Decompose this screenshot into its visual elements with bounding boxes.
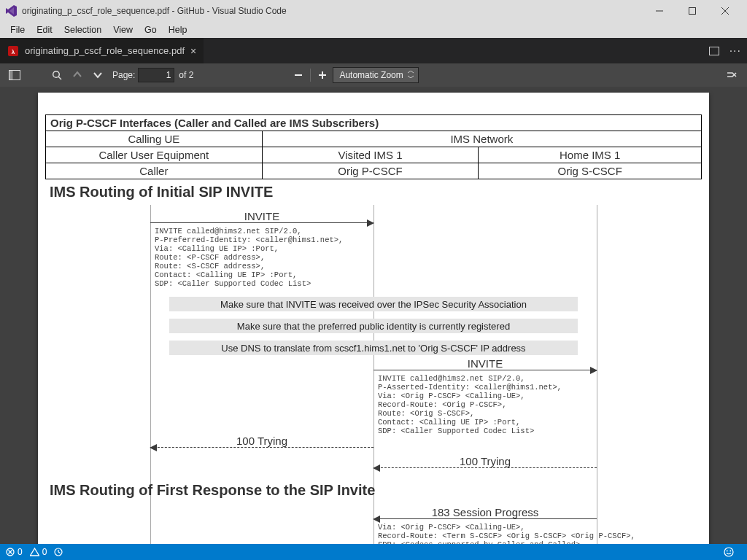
menu-help[interactable]: Help: [163, 23, 193, 36]
menu-selection[interactable]: Selection: [58, 23, 107, 36]
sip-message-2: INVITE called@hims2.net SIP/2.0, P-Asser…: [378, 374, 562, 435]
zoom-in-icon[interactable]: [312, 65, 333, 85]
pdf-viewport[interactable]: Orig P-CSCF Interfaces (Caller and Calle…: [0, 87, 747, 544]
sidebar-toggle-icon[interactable]: [4, 65, 25, 85]
arrow-183: 183 Session Progress: [374, 518, 597, 519]
pdf-toolbar: Page: of 2 Automatic Zoom: [0, 63, 747, 87]
section-heading-1: IMS Routing of Initial SIP INVITE: [45, 184, 702, 201]
table-title: Orig P-CSCF Interfaces (Caller and Calle…: [46, 115, 702, 131]
page-down-icon[interactable]: [88, 65, 108, 85]
more-actions-icon[interactable]: ···: [729, 44, 741, 58]
status-bar: 0 0: [0, 544, 747, 560]
window-title: originating_p_cscf_role_sequence.pdf - G…: [22, 6, 643, 16]
header-table: Orig P-CSCF Interfaces (Caller and Calle…: [45, 114, 702, 179]
section-heading-2: IMS Routing of First Response to the SIP…: [50, 482, 375, 499]
menubar: File Edit Selection View Go Help: [0, 22, 747, 38]
error-count: 0: [18, 547, 23, 557]
arrow-trying-2: 100 Trying: [374, 467, 597, 468]
svg-point-21: [729, 551, 731, 552]
page-up-icon[interactable]: [67, 65, 88, 85]
tools-icon[interactable]: [722, 65, 743, 85]
minimize-button[interactable]: [643, 0, 676, 22]
maximize-button[interactable]: [676, 0, 708, 22]
arrowhead-icon: [373, 516, 380, 523]
editor-area: Page: of 2 Automatic Zoom Orig P-CSCF In…: [0, 63, 747, 544]
page-count: of 2: [179, 70, 193, 80]
caret-icon: [408, 70, 414, 80]
sip-message-3: Via: <Orig P-CSCF> <Calling-UE>, Record-…: [378, 523, 635, 544]
arrow-label: 183 Session Progress: [374, 506, 597, 518]
table-cell: Calling UE: [46, 131, 263, 147]
vscode-icon: [6, 5, 18, 17]
sip-message-1: INVITE called@hims2.net SIP/2.0, P-Prefe…: [155, 227, 343, 288]
status-errors[interactable]: 0: [6, 547, 23, 557]
arrowhead-icon: [150, 444, 157, 451]
status-time-icon[interactable]: [54, 548, 63, 556]
lifeline-scscf: [597, 205, 597, 544]
svg-point-19: [724, 548, 733, 556]
search-icon[interactable]: [47, 65, 67, 85]
arrow-trying-1: 100 Trying: [150, 447, 374, 448]
arrowhead-icon: [367, 219, 374, 227]
titlebar: originating_p_cscf_role_sequence.pdf - G…: [0, 0, 747, 22]
arrow-label: INVITE: [150, 210, 374, 222]
close-button[interactable]: [708, 0, 741, 22]
tab-label: originating_p_cscf_role_sequence.pdf: [25, 45, 185, 56]
arrow-label: 100 Trying: [374, 455, 597, 467]
arrow-invite-1: INVITE: [150, 222, 374, 223]
svg-text:λ: λ: [12, 49, 15, 55]
arrow-label: INVITE: [374, 357, 597, 370]
table-cell: Home IMS 1: [479, 147, 702, 163]
pdf-file-icon: λ: [7, 45, 19, 57]
arrow-label: 100 Trying: [150, 435, 374, 447]
svg-point-8: [53, 71, 60, 78]
table-cell: Orig P-CSCF: [262, 163, 479, 179]
arrowhead-icon: [373, 464, 380, 472]
feedback-icon[interactable]: [724, 547, 734, 557]
note-3: Use DNS to translate from scscf1.hims1.n…: [169, 341, 578, 355]
svg-rect-1: [689, 8, 695, 15]
table-cell: IMS Network: [262, 131, 701, 147]
svg-point-20: [727, 551, 728, 552]
table-cell: Orig S-CSCF: [479, 163, 702, 179]
page-number-input[interactable]: [138, 68, 174, 82]
status-warnings[interactable]: 0: [30, 547, 47, 557]
menu-go[interactable]: Go: [139, 23, 163, 36]
pdf-page: Orig P-CSCF Interfaces (Caller and Calle…: [38, 93, 709, 544]
tab-close-icon[interactable]: ×: [190, 45, 196, 57]
tab-active[interactable]: λ originating_p_cscf_role_sequence.pdf ×: [0, 38, 204, 63]
zoom-out-icon[interactable]: [288, 65, 309, 85]
table-cell: Caller: [46, 163, 263, 179]
note-2: Make sure that the preferred public iden…: [169, 319, 578, 333]
svg-line-9: [58, 77, 61, 79]
menu-file[interactable]: File: [4, 23, 31, 36]
arrowhead-icon: [590, 367, 597, 374]
zoom-select-label: Automatic Zoom: [339, 70, 403, 80]
split-editor-icon[interactable]: [709, 47, 719, 55]
svg-line-18: [58, 552, 61, 553]
menu-edit[interactable]: Edit: [31, 23, 58, 36]
zoom-select[interactable]: Automatic Zoom: [333, 67, 418, 83]
window-controls: [643, 0, 741, 22]
warning-count: 0: [42, 547, 47, 557]
page-label: Page:: [112, 70, 135, 80]
note-1: Make sure that INVITE was received over …: [169, 297, 578, 311]
svg-rect-7: [9, 71, 13, 80]
menu-view[interactable]: View: [107, 23, 139, 36]
sequence-diagram: INVITE INVITE called@hims2.net SIP/2.0, …: [45, 205, 702, 544]
tab-bar: λ originating_p_cscf_role_sequence.pdf ×…: [0, 38, 747, 63]
arrow-invite-2: INVITE: [374, 370, 597, 370]
table-cell: Caller User Equipment: [46, 147, 263, 163]
table-cell: Visited IMS 1: [262, 147, 479, 163]
